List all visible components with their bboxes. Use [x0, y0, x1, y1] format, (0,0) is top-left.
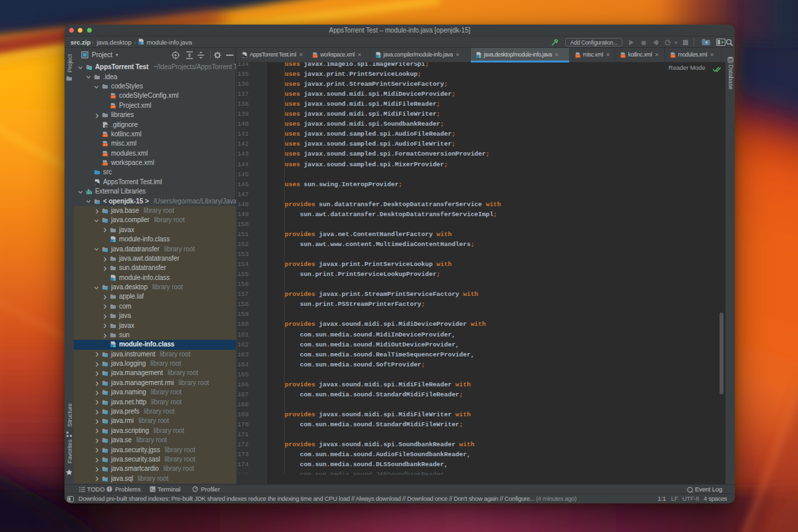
- svg-text:‹›: ‹›: [104, 134, 107, 137]
- svg-text:‹›: ‹›: [622, 55, 624, 58]
- svg-text:‹›: ‹›: [104, 163, 107, 166]
- svg-text:‹›: ‹›: [112, 96, 115, 99]
- svg-text:‹›: ‹›: [314, 55, 317, 58]
- svg-text:‹›: ‹›: [112, 106, 115, 108]
- svg-text:‹›: ‹›: [104, 144, 107, 147]
- svg-text:‹›: ‹›: [672, 55, 674, 58]
- svg-text:‹›: ‹›: [104, 154, 107, 156]
- svg-text:‹›: ‹›: [577, 55, 579, 58]
